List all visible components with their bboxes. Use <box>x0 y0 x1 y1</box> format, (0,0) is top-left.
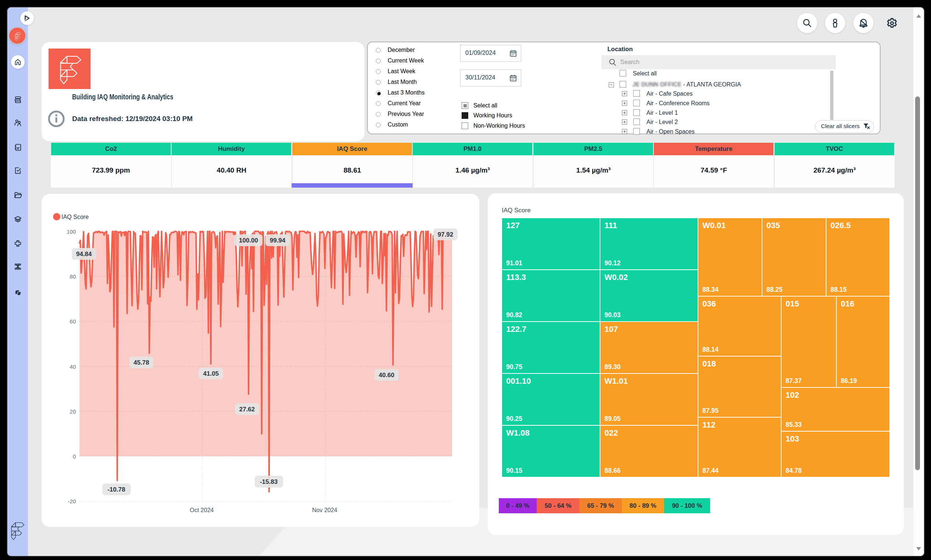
svg-text:27.62: 27.62 <box>239 406 255 413</box>
svg-text:-20: -20 <box>68 498 76 505</box>
svg-text:40: 40 <box>69 363 76 370</box>
svg-text:60: 60 <box>69 318 76 325</box>
svg-text:94.84: 94.84 <box>76 251 92 258</box>
svg-text:40.60: 40.60 <box>379 372 395 378</box>
svg-text:45.78: 45.78 <box>134 359 150 366</box>
svg-text:97.92: 97.92 <box>438 231 453 238</box>
svg-text:0: 0 <box>73 453 76 460</box>
svg-text:99.94: 99.94 <box>270 237 286 244</box>
svg-text:-15.83: -15.83 <box>260 478 277 485</box>
svg-text:IAQ Score: IAQ Score <box>62 214 89 220</box>
svg-text:Oct 2024: Oct 2024 <box>190 507 214 513</box>
svg-text:100.00: 100.00 <box>239 237 258 244</box>
svg-text:80: 80 <box>69 273 76 280</box>
svg-text:20: 20 <box>69 408 76 415</box>
svg-text:Nov 2024: Nov 2024 <box>312 507 338 513</box>
svg-text:100: 100 <box>66 228 76 235</box>
svg-text:41.05: 41.05 <box>203 370 219 377</box>
svg-text:-10.78: -10.78 <box>108 486 125 493</box>
